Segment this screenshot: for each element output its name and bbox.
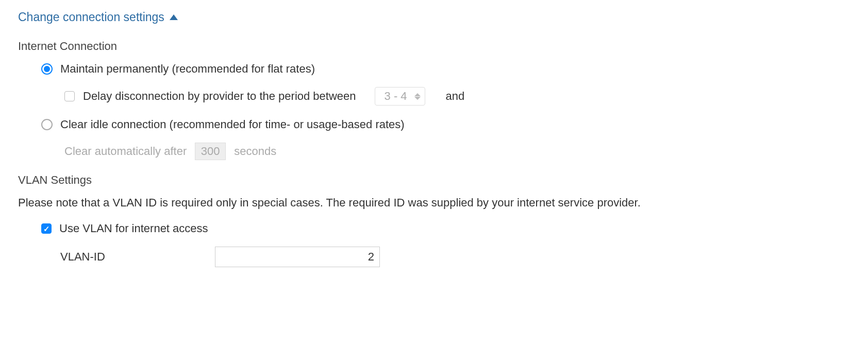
use-vlan-row: Use VLAN for internet access <box>41 222 850 235</box>
vlan-settings-heading: VLAN Settings <box>18 173 850 187</box>
delay-disconnection-checkbox[interactable] <box>64 91 75 101</box>
clear-idle-row: Clear idle connection (recommended for t… <box>41 118 850 131</box>
vlan-settings-section: VLAN Settings Please note that a VLAN ID… <box>18 173 850 267</box>
clear-auto-seconds-input[interactable]: 300 <box>195 143 226 160</box>
clear-auto-row: Clear automatically after 300 seconds <box>64 143 850 160</box>
vlan-id-label: VLAN-ID <box>60 250 215 264</box>
clear-idle-label: Clear idle connection (recommended for t… <box>60 118 405 131</box>
use-vlan-label: Use VLAN for internet access <box>59 222 208 235</box>
maintain-permanently-radio[interactable] <box>41 63 53 75</box>
vlan-id-row: VLAN-ID <box>60 247 850 267</box>
chevron-up-icon <box>170 14 178 20</box>
use-vlan-checkbox[interactable] <box>41 223 52 234</box>
delay-period-select[interactable]: 3 - 4 <box>375 87 425 106</box>
delay-disconnection-row: Delay disconnection by provider to the p… <box>64 87 850 106</box>
maintain-permanently-label: Maintain permanently (recommended for fl… <box>60 62 315 76</box>
header-title: Change connection settings <box>18 10 164 24</box>
delay-period-value: 3 - 4 <box>385 90 407 103</box>
internet-connection-options: Maintain permanently (recommended for fl… <box>41 62 850 160</box>
internet-connection-heading: Internet Connection <box>18 40 850 53</box>
maintain-permanently-row: Maintain permanently (recommended for fl… <box>41 62 850 76</box>
vlan-note: Please note that a VLAN ID is required o… <box>18 196 850 210</box>
and-text: and <box>446 90 465 103</box>
change-connection-settings-toggle[interactable]: Change connection settings <box>18 10 178 24</box>
clear-idle-radio[interactable] <box>41 119 53 130</box>
clear-auto-suffix: seconds <box>234 145 276 158</box>
clear-auto-prefix: Clear automatically after <box>64 145 187 158</box>
stepper-icon <box>414 93 421 100</box>
vlan-id-input[interactable] <box>215 247 380 267</box>
delay-disconnection-label: Delay disconnection by provider to the p… <box>83 90 356 103</box>
